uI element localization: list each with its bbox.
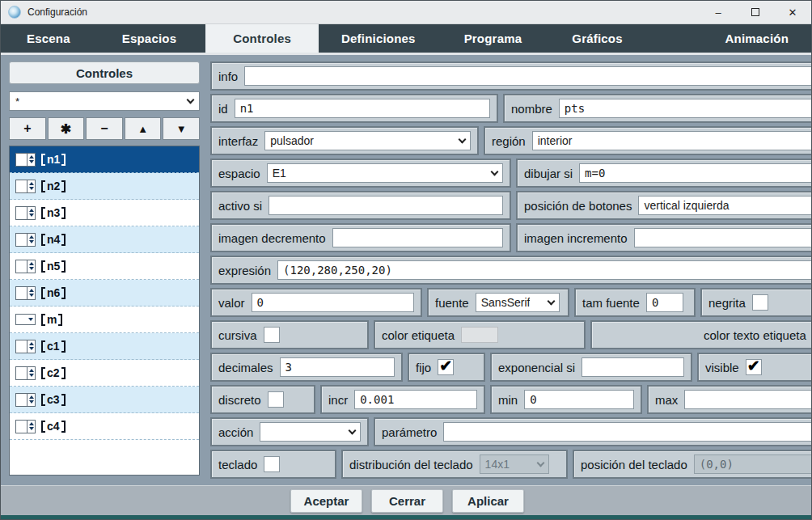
- move-down-button[interactable]: ▼: [163, 117, 200, 140]
- fuente-value: SansSerif: [481, 296, 531, 309]
- imagen-incremento-input[interactable]: [634, 228, 812, 247]
- incr-input[interactable]: [354, 390, 477, 409]
- discreto-checkbox[interactable]: [268, 391, 284, 408]
- tab-graficos[interactable]: Gráficos: [567, 24, 627, 53]
- close-button[interactable]: ✕: [774, 1, 811, 23]
- field-info: info: [210, 61, 812, 91]
- field-imagen-incremento: imagen incremento: [516, 223, 812, 252]
- parametro-label: parámetro: [382, 425, 437, 439]
- activo-si-label: activo si: [218, 199, 262, 213]
- espacio-select[interactable]: E1: [267, 163, 503, 183]
- max-input[interactable]: [684, 390, 812, 409]
- list-item-c3[interactable]: c3: [10, 387, 199, 413]
- minimize-button[interactable]: –: [700, 1, 737, 23]
- activo-si-input[interactable]: [269, 196, 503, 215]
- accion-select[interactable]: [260, 422, 361, 442]
- cerrar-button[interactable]: Cerrar: [371, 489, 443, 513]
- id-input[interactable]: [235, 99, 490, 118]
- field-region: región interior: [484, 126, 812, 155]
- posicion-teclado-input: [694, 454, 812, 474]
- info-input[interactable]: [244, 66, 812, 86]
- bracket-left: [41, 207, 45, 219]
- controls-filter-select[interactable]: *: [9, 91, 200, 111]
- bracket-left: [41, 340, 45, 353]
- bracket-right: [61, 154, 66, 166]
- dropdown-icon: [15, 314, 36, 325]
- tam-fuente-input[interactable]: [646, 293, 683, 312]
- expresion-input[interactable]: [277, 260, 812, 280]
- add-control-button[interactable]: +: [9, 117, 46, 140]
- bracket-left: [41, 314, 45, 326]
- exponencial-si-input[interactable]: [582, 357, 684, 377]
- decimales-input[interactable]: [280, 357, 395, 377]
- posicion-botones-select[interactable]: vertical izquierda: [638, 196, 812, 215]
- field-decimales: decimales: [210, 353, 403, 382]
- teclado-checkbox[interactable]: [264, 456, 280, 472]
- spinner-icon: [15, 260, 36, 273]
- tab-programa[interactable]: Programa: [459, 24, 527, 53]
- posicion-botones-value: vertical izquierda: [644, 199, 729, 212]
- field-espacio: espacio E1: [210, 159, 511, 188]
- field-parametro: parámetro: [374, 417, 812, 446]
- spinner-icon: [15, 366, 36, 380]
- list-item-m[interactable]: m: [10, 307, 199, 333]
- color-etiqueta-swatch[interactable]: [461, 327, 498, 343]
- field-visible: visible ✔: [697, 353, 812, 382]
- tab-bar: Escena Espacios Controles Definiciones P…: [1, 24, 811, 53]
- list-item-n5[interactable]: n5: [10, 253, 199, 280]
- list-item-c4[interactable]: c4: [10, 413, 199, 440]
- list-item-c1[interactable]: c1: [10, 333, 199, 360]
- field-posicion-botones: posición de botones vertical izquierda: [516, 191, 812, 220]
- list-item-n6[interactable]: n6: [10, 280, 199, 307]
- duplicate-control-button[interactable]: ✱: [48, 117, 85, 140]
- remove-control-button[interactable]: −: [86, 117, 123, 140]
- move-up-button[interactable]: ▲: [125, 117, 162, 140]
- spinner-icon: [15, 180, 36, 193]
- list-item-n2[interactable]: n2: [10, 173, 199, 200]
- bracket-left: [41, 154, 45, 166]
- bracket-right: [61, 394, 66, 406]
- nombre-input[interactable]: [559, 99, 812, 118]
- bracket-right: [61, 367, 66, 379]
- tab-controles[interactable]: Controles: [205, 24, 319, 53]
- list-item-label: n3: [47, 206, 60, 219]
- chevron-down-icon: [459, 135, 467, 143]
- interfaz-select[interactable]: pulsador: [264, 131, 471, 150]
- bracket-left: [41, 287, 45, 299]
- visible-checkbox[interactable]: ✔: [746, 359, 762, 375]
- parametro-input[interactable]: [443, 422, 812, 442]
- list-item-c2[interactable]: c2: [10, 360, 199, 387]
- tab-animacion[interactable]: Animación: [721, 24, 793, 53]
- tab-espacios[interactable]: Espacios: [117, 24, 181, 53]
- min-input[interactable]: [524, 390, 634, 409]
- aplicar-button[interactable]: Aplicar: [452, 489, 524, 513]
- spinner-icon: [15, 393, 36, 407]
- valor-input[interactable]: [252, 293, 414, 312]
- bracket-right: [61, 260, 66, 273]
- content-area: Controles * + ✱ − ▲ ▼ n1 n2: [1, 53, 811, 485]
- fuente-select[interactable]: SansSerif: [476, 293, 560, 312]
- interfaz-label: interfaz: [218, 134, 258, 148]
- spinner-icon: [15, 420, 36, 433]
- region-select[interactable]: interior: [532, 131, 812, 150]
- fijo-checkbox[interactable]: ✔: [438, 359, 454, 375]
- field-cursiva: cursiva: [210, 320, 369, 349]
- imagen-decremento-input[interactable]: [332, 228, 503, 247]
- incr-label: incr: [328, 393, 348, 407]
- tab-escena[interactable]: Escena: [22, 24, 75, 53]
- field-max: max: [647, 385, 812, 414]
- tab-definiciones[interactable]: Definiciones: [336, 24, 421, 53]
- decimales-label: decimales: [218, 361, 273, 374]
- maximize-button[interactable]: [737, 1, 774, 23]
- cursiva-checkbox[interactable]: [264, 327, 280, 343]
- chevron-down-icon: [547, 297, 555, 305]
- list-item-n3[interactable]: n3: [10, 200, 199, 226]
- aceptar-button[interactable]: Aceptar: [290, 489, 362, 513]
- dibujar-si-input[interactable]: [579, 163, 812, 183]
- negrita-checkbox[interactable]: [752, 294, 768, 311]
- expresion-label: expresión: [218, 264, 271, 277]
- bracket-left: [41, 234, 45, 246]
- field-color-texto-etiqueta: color texto etiqueta: [590, 320, 812, 349]
- list-item-n4[interactable]: n4: [10, 226, 199, 253]
- list-item-n1[interactable]: n1: [10, 146, 199, 173]
